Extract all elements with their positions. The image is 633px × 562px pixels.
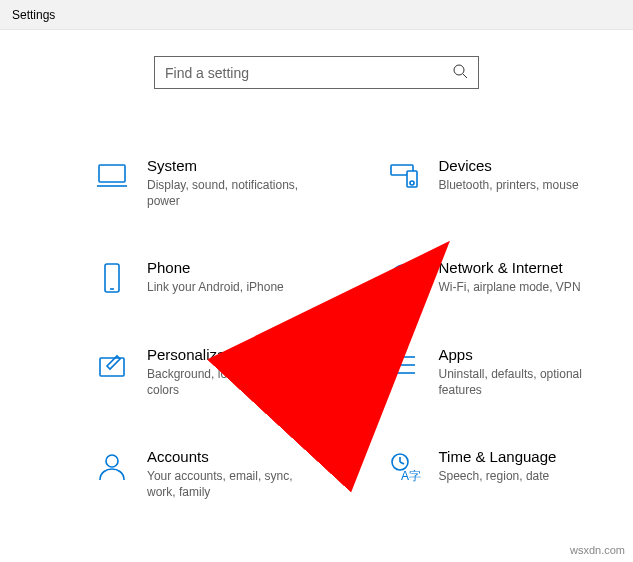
svg-rect-19 xyxy=(390,363,394,367)
tile-accounts[interactable]: Accounts Your accounts, email, sync, wor… xyxy=(30,448,312,500)
content-area: Find a setting System Display, sound, no… xyxy=(0,30,633,500)
svg-line-24 xyxy=(400,462,404,464)
search-placeholder: Find a setting xyxy=(165,65,452,81)
tile-text: Apps Uninstall, defaults, optional featu… xyxy=(439,346,604,398)
tile-system[interactable]: System Display, sound, notifications, po… xyxy=(30,157,312,209)
tile-text: Network & Internet Wi-Fi, airplane mode,… xyxy=(439,259,581,295)
tile-text: Personalization Background, lock screen,… xyxy=(147,346,312,398)
tile-title: System xyxy=(147,157,312,174)
search-icon xyxy=(452,63,468,82)
tile-network-internet[interactable]: Network & Internet Wi-Fi, airplane mode,… xyxy=(322,259,604,295)
svg-rect-7 xyxy=(105,264,119,292)
tile-devices[interactable]: Devices Bluetooth, printers, mouse xyxy=(322,157,604,209)
svg-rect-20 xyxy=(390,371,394,375)
svg-rect-18 xyxy=(390,355,394,359)
search-wrap: Find a setting xyxy=(0,56,633,89)
titlebar: Settings xyxy=(0,0,633,30)
globe-icon xyxy=(387,261,421,295)
tile-desc: Speech, region, date xyxy=(439,468,557,484)
tile-title: Time & Language xyxy=(439,448,557,465)
tile-text: Phone Link your Android, iPhone xyxy=(147,259,284,295)
tile-desc: Display, sound, notifications, power xyxy=(147,177,312,209)
tile-apps[interactable]: Apps Uninstall, defaults, optional featu… xyxy=(322,346,604,398)
tile-title: Phone xyxy=(147,259,284,276)
tile-phone[interactable]: Phone Link your Android, iPhone xyxy=(30,259,312,295)
svg-point-21 xyxy=(106,455,118,467)
devices-icon xyxy=(387,159,421,193)
tile-personalization[interactable]: Personalization Background, lock screen,… xyxy=(30,346,312,398)
apps-icon xyxy=(387,348,421,382)
tile-desc: Uninstall, defaults, optional features xyxy=(439,366,604,398)
tile-title: Network & Internet xyxy=(439,259,581,276)
phone-icon xyxy=(95,261,129,295)
svg-text:A字: A字 xyxy=(401,469,421,483)
accounts-icon xyxy=(95,450,129,484)
tile-desc: Bluetooth, printers, mouse xyxy=(439,177,579,193)
tile-title: Devices xyxy=(439,157,579,174)
svg-line-1 xyxy=(463,74,467,78)
tile-text: Time & Language Speech, region, date xyxy=(439,448,557,484)
tile-time-language[interactable]: A字 Time & Language Speech, region, date xyxy=(322,448,604,500)
tile-desc: Link your Android, iPhone xyxy=(147,279,284,295)
tile-desc: Wi-Fi, airplane mode, VPN xyxy=(439,279,581,295)
settings-grid: System Display, sound, notifications, po… xyxy=(0,89,633,500)
tile-title: Personalization xyxy=(147,346,312,363)
time-language-icon: A字 xyxy=(387,450,421,484)
system-icon xyxy=(95,159,129,193)
tile-title: Accounts xyxy=(147,448,312,465)
search-input[interactable]: Find a setting xyxy=(154,56,479,89)
personalization-icon xyxy=(95,348,129,382)
tile-text: Devices Bluetooth, printers, mouse xyxy=(439,157,579,193)
tile-desc: Your accounts, email, sync, work, family xyxy=(147,468,312,500)
svg-point-0 xyxy=(454,65,464,75)
svg-rect-2 xyxy=(99,165,125,182)
tile-desc: Background, lock screen, colors xyxy=(147,366,312,398)
tile-text: Accounts Your accounts, email, sync, wor… xyxy=(147,448,312,500)
tile-text: System Display, sound, notifications, po… xyxy=(147,157,312,209)
watermark: wsxdn.com xyxy=(570,544,625,556)
window-title: Settings xyxy=(12,8,55,22)
tile-title: Apps xyxy=(439,346,604,363)
